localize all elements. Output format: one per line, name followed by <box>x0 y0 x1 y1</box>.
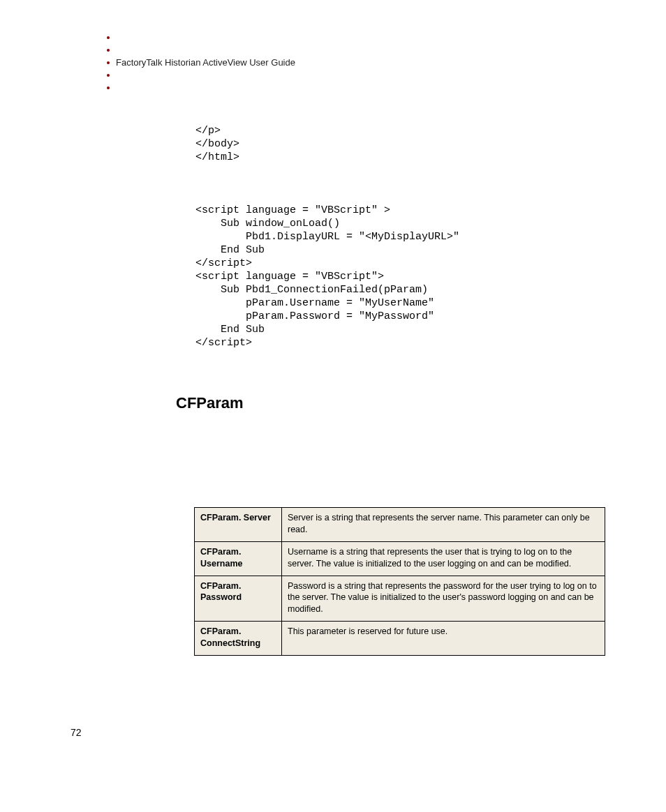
dot-icon <box>107 36 110 39</box>
param-description: Username is a string that represents the… <box>282 541 605 576</box>
header-dots <box>107 36 110 99</box>
param-description: Server is a string that represents the s… <box>282 508 605 542</box>
param-description: Password is a string that represents the… <box>282 576 605 622</box>
parameters-table: CFParam. ServerServer is a string that r… <box>194 507 605 656</box>
dot-icon <box>107 87 110 89</box>
document-header: FactoryTalk Historian ActiveView User Gu… <box>116 57 295 68</box>
param-name: CFParam. Username <box>195 541 282 576</box>
dot-icon <box>107 49 110 52</box>
param-description: This parameter is reserved for future us… <box>282 622 605 656</box>
page-number: 72 <box>71 727 82 738</box>
param-name: CFParam. Password <box>195 576 282 622</box>
section-heading: CFParam <box>176 394 244 412</box>
table-row: CFParam. ConnectStringThis parameter is … <box>195 622 605 656</box>
param-name: CFParam. Server <box>195 508 282 542</box>
table-row: CFParam. ServerServer is a string that r… <box>195 508 605 542</box>
code-sample: </p> </body> </html> <script language = … <box>195 124 459 349</box>
dot-icon <box>107 74 110 77</box>
table-row: CFParam. UsernameUsername is a string th… <box>195 541 605 576</box>
param-name: CFParam. ConnectString <box>195 622 282 656</box>
table-row: CFParam. PasswordPassword is a string th… <box>195 576 605 622</box>
dot-icon <box>107 61 110 64</box>
